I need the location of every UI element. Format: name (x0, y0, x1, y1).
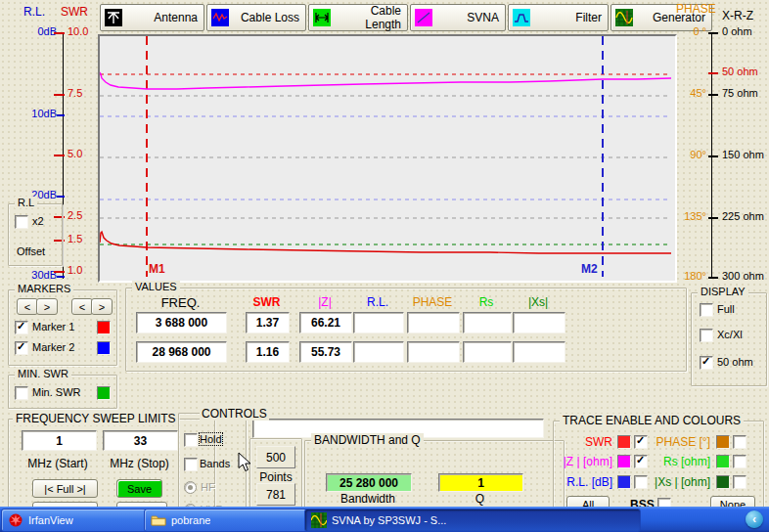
taskbar-collapse-chevron[interactable]: ‹ (746, 510, 763, 528)
trace-rs-swatch (716, 455, 730, 468)
trace-phase-checkbox[interactable] (733, 435, 746, 449)
trace-z-checkbox[interactable] (634, 455, 648, 468)
cable-length-button[interactable]: Cable Length (308, 4, 408, 31)
ohm-tick-mark (708, 217, 718, 219)
rl-offset-group: R.L x2 Offset (8, 203, 63, 266)
marker2-label: Marker 2 (32, 341, 74, 353)
antenna-button[interactable]: Antenna (100, 4, 204, 31)
ohm-tick-mark (708, 277, 718, 279)
taskbar-item-label: IrfanView (28, 514, 73, 526)
col-xs: |Xs| (513, 295, 564, 309)
marker1-left-button[interactable]: < (17, 298, 38, 315)
q-value: 1 (438, 473, 523, 492)
marker2-checkbox[interactable] (15, 341, 28, 355)
trace-swr-checkbox[interactable] (634, 435, 648, 449)
swr-tick-mark (54, 271, 65, 273)
m2-xs-value[interactable] (513, 341, 565, 363)
markers-caption: MARKERS (15, 283, 73, 294)
ohm-tick-label: 75 ohm (722, 87, 758, 99)
controls-caption: CONTROLS (200, 407, 269, 421)
m2-rs-value[interactable] (463, 341, 512, 363)
m2-swr-value[interactable]: 1.16 (246, 341, 290, 363)
controls-panel: Hold Bands HF VHF (178, 413, 247, 509)
hf-radio[interactable] (184, 481, 197, 494)
bandwidth-panel: BANDWIDTH and Q 25 280 000 Bandwidth 1 Q (304, 440, 565, 509)
filter-button-label: Filter (534, 11, 602, 24)
trace-rs-label: Rs [ohm] (647, 455, 710, 468)
trace-phase-label: PHASE [°] (647, 435, 710, 449)
m1-rs-value[interactable] (463, 312, 512, 333)
m2-freq-value[interactable]: 28 968 000 (136, 341, 227, 363)
bandwidth-caption: BANDWIDTH and Q (311, 433, 424, 447)
swr-tick-label: 1.5 (68, 233, 82, 244)
svna-button[interactable]: SVNA (410, 4, 506, 31)
marker1-checkbox[interactable] (15, 321, 28, 334)
irfanview-icon (8, 512, 23, 528)
x2-checkbox[interactable] (15, 215, 28, 229)
m2-z-value[interactable]: 55.73 (299, 341, 352, 363)
ohm-tick-mark (708, 155, 718, 157)
full-span-button[interactable]: |< Full >| (32, 479, 98, 498)
rl-tick-mark (57, 276, 65, 278)
markers-panel: MARKERS < > < > Marker 1 Marker 2 (8, 289, 117, 366)
col-swr: SWR (246, 295, 288, 309)
col-phase: PHASE (407, 295, 458, 309)
antenna-button-label: Antenna (126, 11, 198, 24)
svna-button-label: SVNA (436, 11, 499, 24)
filter-icon (513, 9, 530, 26)
min-swr-color-swatch (97, 386, 111, 400)
taskbar-item-svna[interactable]: SVNA by SP3SWJ - S... (304, 509, 641, 532)
right-axis: 0 °0 ohm50 ohm45°75 ohm90°150 ohm135°225… (673, 0, 769, 293)
toolbar: Antenna Cable Loss Cable Length SVNA Fil… (100, 4, 712, 31)
marker1-color-swatch (97, 321, 111, 334)
phase-tick-label: 135° (673, 210, 706, 222)
min-swr-checkbox[interactable] (15, 386, 28, 400)
svna-app-icon (311, 512, 327, 528)
m1-swr-value[interactable]: 1.37 (246, 312, 290, 333)
cable-loss-button[interactable]: Cable Loss (206, 4, 306, 31)
taskbar-item-irfanview[interactable]: IrfanView (1, 509, 155, 532)
offset-label[interactable]: Offset (17, 245, 45, 257)
sweep-chart[interactable]: M1M2 (98, 34, 677, 283)
m2-rl-value[interactable] (353, 341, 404, 363)
antenna-icon (105, 9, 122, 26)
marker1-label: Marker 1 (32, 321, 74, 332)
m1-phase-value[interactable] (407, 312, 460, 333)
m1-rl-value[interactable] (353, 312, 404, 333)
ohm-tick-label: 0 ohm (722, 25, 752, 37)
display-full-checkbox[interactable] (700, 303, 713, 317)
points-value-2[interactable]: 781 (256, 483, 295, 506)
col-freq: FREQ. (136, 295, 225, 310)
svg-text:M1: M1 (149, 262, 165, 276)
hold-checkbox[interactable] (184, 433, 198, 447)
trace-rl-checkbox[interactable] (634, 475, 648, 489)
taskbar-item-pobrane[interactable]: pobrane (144, 509, 314, 532)
m1-freq-value[interactable]: 3 688 000 (136, 312, 227, 333)
freq-start-label: MHz (Start) (9, 457, 107, 470)
values-panel: VALUES FREQ. SWR |Z| R.L. PHASE Rs |Xs| … (125, 288, 687, 372)
m1-z-value[interactable]: 66.21 (299, 312, 352, 333)
marker2-left-button[interactable]: < (71, 298, 93, 315)
marker2-right-button[interactable]: > (91, 298, 113, 315)
display-50ohm-checkbox[interactable] (700, 356, 713, 370)
ohm-tick-mark (708, 94, 718, 96)
m2-phase-value[interactable] (407, 341, 460, 363)
chart-svg: M1M2 (100, 36, 671, 277)
trace-swr-label: SWR (554, 435, 612, 449)
m1-xs-value[interactable] (513, 312, 565, 333)
save-button[interactable]: Save (116, 479, 162, 498)
trace-rs-checkbox[interactable] (733, 455, 746, 468)
trace-xs-checkbox[interactable] (733, 475, 746, 489)
freq-stop-input[interactable]: 33 (103, 430, 178, 451)
filter-button[interactable]: Filter (508, 4, 609, 31)
desktop: R.L. SWR Antenna Cable Loss Cable Length (0, 0, 769, 532)
bandwidth-value: 25 280 000 (326, 473, 412, 492)
marker1-right-button[interactable]: > (36, 298, 58, 315)
trace-rl-swatch (617, 475, 631, 489)
points-panel: 500 Points 781 (249, 438, 302, 509)
freq-start-input[interactable]: 1 (22, 430, 97, 451)
display-xcxl-checkbox[interactable] (700, 329, 713, 342)
bands-checkbox[interactable] (184, 458, 198, 471)
points-value[interactable]: 500 (256, 446, 295, 468)
values-caption: VALUES (132, 281, 180, 292)
